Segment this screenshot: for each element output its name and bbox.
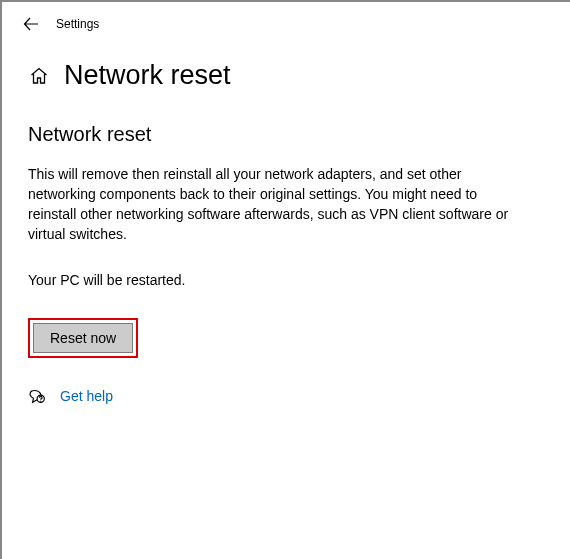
app-name: Settings <box>56 17 99 31</box>
help-row: Get help <box>28 386 544 406</box>
svg-point-1 <box>40 401 41 402</box>
title-bar: Settings <box>2 2 570 46</box>
restart-notice: Your PC will be restarted. <box>28 272 544 288</box>
get-help-link[interactable]: Get help <box>60 388 113 404</box>
content-area: Network reset Network reset This will re… <box>2 46 570 406</box>
chat-help-icon <box>28 386 48 406</box>
back-arrow-icon[interactable] <box>20 13 42 35</box>
reset-now-button[interactable]: Reset now <box>33 323 133 353</box>
reset-button-highlight: Reset now <box>28 318 138 358</box>
title-row: Network reset <box>28 60 544 91</box>
description-text: This will remove then reinstall all your… <box>28 164 528 244</box>
section-heading: Network reset <box>28 123 544 146</box>
page-title: Network reset <box>64 60 231 91</box>
home-icon[interactable] <box>28 65 50 87</box>
